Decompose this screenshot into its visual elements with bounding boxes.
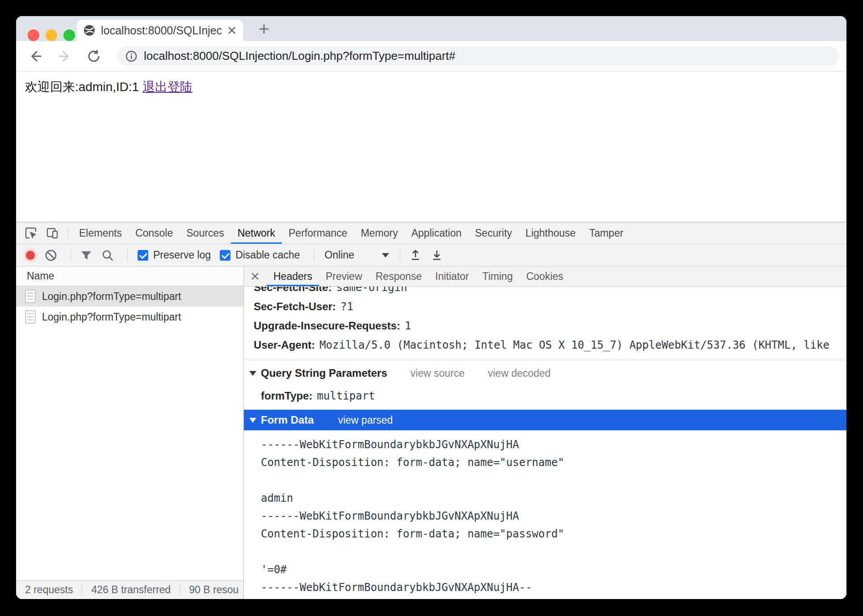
address-bar[interactable]: localhost:8000/SQLInjection/Login.php?fo… [117, 46, 839, 66]
network-status-bar: 2 requests 426 B transferred 90 B resou [16, 580, 243, 599]
name-column-header[interactable]: Name [16, 266, 243, 286]
request-row[interactable]: Login.php?formType=multipart [16, 307, 243, 327]
new-tab-button[interactable] [257, 22, 271, 36]
detail-tab-timing[interactable]: Timing [476, 266, 519, 286]
divider [314, 249, 314, 262]
detail-tabbar: Headers Preview Response Initiator Timin… [244, 266, 846, 287]
tab-lighthouse[interactable]: Lighthouse [519, 222, 582, 244]
header-line: Sec-Fetch-User: ?1 [244, 297, 846, 316]
request-name: Login.php?formType=multipart [42, 291, 181, 303]
view-decoded-link[interactable]: view decoded [488, 367, 551, 379]
forward-button[interactable] [57, 49, 72, 64]
throttling-value: Online [325, 249, 354, 261]
header-line: Upgrade-Insecure-Requests: 1 [244, 316, 846, 335]
disable-cache-label: Disable cache [235, 249, 300, 261]
form-data-line: ------WebKitFormBoundarybkbJGvNXApXNujHA [261, 436, 846, 454]
header-key: User-Agent: [254, 339, 315, 351]
detail-tab-initiator[interactable]: Initiator [428, 266, 475, 286]
tab-memory[interactable]: Memory [354, 222, 405, 244]
header-key: Upgrade-Insecure-Requests: [254, 320, 400, 332]
header-key: Sec-Fetch-User: [254, 300, 336, 313]
query-string-section-header[interactable]: Query String Parameters view source view… [244, 360, 846, 386]
form-data-section-header[interactable]: Form Data view parsed [244, 410, 846, 430]
request-row-selected[interactable]: Login.php?formType=multipart [16, 286, 243, 307]
close-details-icon[interactable] [244, 272, 267, 281]
transferred-size: 426 B transferred [82, 584, 180, 596]
triangle-down-icon [249, 418, 256, 423]
divider [71, 249, 71, 262]
section-title: Query String Parameters [261, 367, 387, 379]
minimize-window-button[interactable] [46, 29, 57, 41]
url-text: localhost:8000/SQLInjection/Login.php?fo… [144, 49, 455, 63]
site-info-icon[interactable] [125, 50, 138, 62]
close-window-button[interactable] [28, 29, 39, 41]
headers-scroll-area[interactable]: Sec-Fetch-Site: same-origin Sec-Fetch-Us… [244, 287, 846, 596]
tab-tamper[interactable]: Tamper [582, 222, 630, 244]
back-button[interactable] [28, 49, 43, 64]
param-value: multipart [317, 390, 375, 402]
divider [67, 227, 68, 239]
section-title: Form Data [261, 414, 314, 426]
tab-application[interactable]: Application [405, 222, 469, 244]
form-data-line: '=0# [261, 561, 846, 579]
form-data-line [261, 543, 846, 561]
inspect-cursor-icon[interactable] [24, 226, 38, 240]
funnel-icon[interactable] [80, 249, 92, 262]
document-icon [25, 290, 36, 303]
tab-strip: localhost:8000/SQLInjection/Lo [16, 16, 846, 41]
clear-icon[interactable] [45, 249, 57, 262]
tab-close-icon[interactable] [227, 25, 237, 35]
preserve-log-checkbox[interactable] [138, 250, 148, 261]
requests-panel: Name Login.php?formType=multipart Login.… [16, 266, 244, 599]
welcome-text: 欢迎回来:admin,ID:1 [25, 80, 142, 94]
tab-security[interactable]: Security [468, 222, 519, 244]
reload-button[interactable] [87, 49, 101, 63]
view-parsed-link[interactable]: view parsed [338, 414, 393, 426]
detail-tab-response[interactable]: Response [369, 266, 429, 286]
browser-window: localhost:8000/SQLInjection/Lo [16, 16, 846, 599]
header-line: User-Agent: Mozilla/5.0 (Macintosh; Inte… [244, 335, 846, 354]
requests-count: 2 requests [16, 584, 82, 596]
search-icon[interactable] [101, 249, 114, 262]
form-data-line [261, 471, 846, 489]
tab-elements[interactable]: Elements [72, 222, 129, 244]
detail-tab-headers[interactable]: Headers [267, 266, 319, 286]
disable-cache-checkbox[interactable] [220, 250, 230, 261]
record-icon[interactable] [26, 251, 35, 260]
throttling-select[interactable]: Online [325, 249, 389, 261]
request-details-panel: Headers Preview Response Initiator Timin… [244, 266, 846, 599]
network-panel-body: Name Login.php?formType=multipart Login.… [16, 266, 846, 599]
tab-title: localhost:8000/SQLInjection/Lo [101, 24, 222, 37]
caret-down-icon [382, 253, 389, 258]
preserve-log-label: Preserve log [153, 249, 211, 261]
browser-toolbar: localhost:8000/SQLInjection/Login.php?fo… [16, 41, 846, 71]
tab-performance[interactable]: Performance [282, 222, 354, 244]
network-toolbar: Preserve log Disable cache Online [16, 244, 846, 266]
divider [127, 249, 128, 262]
logout-link[interactable]: 退出登陆 [142, 80, 193, 94]
form-data-line: Content-Disposition: form-data; name="us… [261, 454, 846, 471]
header-value: 1 [405, 320, 411, 332]
tab-sources[interactable]: Sources [180, 222, 230, 244]
device-toolbar-icon[interactable] [46, 226, 59, 240]
export-har-download-icon[interactable] [431, 249, 443, 262]
header-value: same-origin [336, 287, 407, 294]
browser-tab[interactable]: localhost:8000/SQLInjection/Lo [77, 20, 243, 41]
view-source-link[interactable]: view source [411, 367, 465, 379]
detail-tab-preview[interactable]: Preview [319, 266, 369, 286]
divider [400, 249, 400, 262]
form-data-line: Content-Disposition: form-data; name="pa… [261, 525, 846, 543]
globe-favicon-icon [83, 24, 96, 37]
devtools-panel: Elements Console Sources Network Perform… [16, 222, 846, 599]
detail-tab-cookies[interactable]: Cookies [519, 266, 570, 286]
zoom-window-button[interactable] [63, 29, 75, 41]
window-controls [28, 29, 75, 41]
import-har-upload-icon[interactable] [409, 249, 422, 262]
header-line: Sec-Fetch-Site: same-origin [244, 287, 846, 297]
tab-console[interactable]: Console [129, 222, 180, 244]
form-data-line: admin [261, 489, 846, 507]
tab-network[interactable]: Network [231, 222, 282, 244]
form-data-body: ------WebKitFormBoundarybkbJGvNXApXNujHA… [244, 430, 846, 596]
header-value: ?1 [340, 300, 353, 313]
headers-detail-content: Sec-Fetch-Site: same-origin Sec-Fetch-Us… [244, 287, 846, 599]
